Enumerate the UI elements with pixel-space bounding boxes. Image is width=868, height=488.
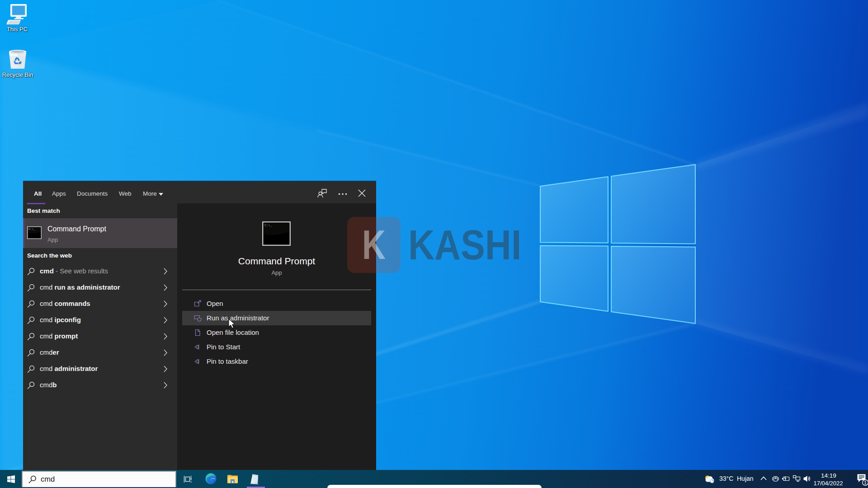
svg-text:1: 1 <box>864 480 867 485</box>
svg-text:C:\_: C:\_ <box>264 224 273 227</box>
svg-text:C:\_: C:\_ <box>28 228 35 231</box>
